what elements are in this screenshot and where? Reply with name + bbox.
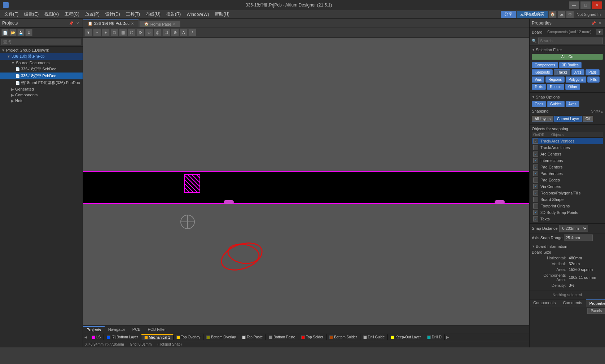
snap-grids-button[interactable]: Grids [532,101,546,107]
layer-ls[interactable]: LS [89,334,104,340]
properties-close-button[interactable]: ✕ [597,20,603,26]
menu-window[interactable]: Window(W) [184,11,212,18]
new-project-button[interactable]: 📄 [1,29,9,36]
filter-tracks[interactable]: Tracks [554,69,570,75]
line-tool[interactable]: / [188,28,196,36]
filter-tool[interactable]: ▼ [84,28,92,36]
snap-pad-centers[interactable]: ✓ Pad Centers [532,164,603,170]
filter-all-on[interactable]: All - On [532,54,603,60]
share-button[interactable]: 分享 [501,11,516,18]
menu-view[interactable]: 视图(V) [41,10,62,18]
tab-homepage[interactable]: 🏠 Home Page ✕ [139,21,180,27]
close-project-button[interactable]: 💾 [17,29,25,36]
snap-track-arcs-lines-check[interactable] [533,145,538,150]
snap-axes-button[interactable]: Axes [566,101,579,107]
panel-close-button[interactable]: ✕ [75,20,80,26]
menu-help[interactable]: 帮助(H) [212,10,232,18]
tab-homepage-close[interactable]: ✕ [173,22,176,26]
props-tab-components[interactable]: Components [530,299,559,307]
filter-components[interactable]: Components [532,62,558,68]
snap-via-centers-check[interactable]: ✓ [533,184,538,189]
tab-pcb-filter[interactable]: PCB Filter [144,326,169,332]
filter-vias[interactable]: Vias [532,76,544,83]
tab-pcbdoc-close[interactable]: ✕ [131,22,134,26]
menu-route[interactable]: 布线(U) [143,10,163,18]
grid-tool[interactable]: ▦ [119,28,127,36]
tree-item-schdoc[interactable]: 📄 336-18灯带.SchDoc [0,66,83,73]
tab-pcb[interactable]: PCB [129,326,144,332]
menu-file[interactable]: 文件(F) [1,10,21,18]
measure-tool[interactable]: ☐ [162,28,170,36]
panels-button[interactable]: Panels [587,308,605,314]
snap-board-shape[interactable]: Board Shape [532,196,603,203]
snap-board-shape-check[interactable] [533,197,538,202]
via-tool[interactable]: ⊕ [171,28,179,36]
snap-pad-vertices[interactable]: ✓ Pad Vertices [532,170,603,177]
home-icon[interactable]: 🏠 [549,11,556,18]
snap-pad-edges-check[interactable] [533,177,538,183]
filter-texts[interactable]: Texts [532,84,546,90]
layer-drill-guide[interactable]: Drill Guide [360,334,388,340]
snap-options-title[interactable]: Snap Options [532,94,603,100]
snap-track-arcs-vertices-check[interactable]: ✓ [533,139,538,144]
filter-keepouts[interactable]: Keepouts [532,69,553,75]
snap-regions-polygons-check[interactable]: ✓ [533,190,538,196]
menu-place[interactable]: 放置(P) [82,10,102,18]
layer-drill-d[interactable]: Drill D [424,334,445,340]
tree-item-generated[interactable]: ▶ Generated [0,86,83,92]
panel-pin-button[interactable]: 📌 [68,20,74,26]
layer-top-overlay[interactable]: Top Overlay [174,334,203,340]
properties-search-input[interactable] [538,38,603,44]
props-tab-properties[interactable]: Properties [586,299,605,307]
diamond-tool[interactable]: ◇ [145,28,153,36]
props-tab-comments[interactable]: Comments [559,299,586,307]
tree-item-nets[interactable]: ▶ Nets [0,98,83,104]
tree-item-project[interactable]: ▼ 336-18灯带.PrjPcb [0,53,83,60]
layer-bottom[interactable]: [2] Bottom Layer [104,334,141,340]
tab-projects[interactable]: Projects [83,326,105,333]
tab-pcbdoc[interactable]: 📋 336-18灯带.PcbDoc ✕ [83,19,139,27]
filter-polygons[interactable]: Polygons [566,76,586,83]
menu-design[interactable]: 设计(D) [102,10,123,18]
filter-regions[interactable]: Regions [545,76,565,83]
layer-top-solder[interactable]: Top Solder [298,334,326,340]
rect-tool[interactable]: □ [110,28,118,36]
close-button[interactable]: ✕ [592,1,602,9]
filter-icon-button[interactable]: ▼ [596,29,603,35]
snap-pad-edges[interactable]: Pad Edges [532,177,603,183]
project-settings-button[interactable]: ⚙ [25,29,32,36]
snap-arc-centers-check[interactable]: ✓ [533,152,538,157]
snap-footprint-origins[interactable]: Footprint Origins [532,203,603,209]
hex-tool[interactable]: ⬡ [128,28,136,36]
tree-item-pcbdoc[interactable]: 📄 336-18灯带.PcbDoc [0,73,83,79]
properties-pin-button[interactable]: 📌 [591,20,596,26]
snap-3d-body-check[interactable]: ✓ [533,210,538,215]
snap-off[interactable]: Off [583,116,593,122]
project-search-input[interactable] [1,39,81,45]
snap-pad-centers-check[interactable]: ✓ [533,165,538,170]
menu-edit[interactable]: 编辑(E) [21,10,41,18]
settings-icon[interactable]: ⚙ [566,11,574,18]
filter-pads[interactable]: Pads [586,69,600,75]
snap-texts[interactable]: ✓ Texts [532,216,603,222]
cloud-icon[interactable]: ☁ [558,11,565,18]
select-tool[interactable]: → [93,28,101,36]
layer-keepout[interactable]: Keep-Out Layer [388,334,424,340]
tree-item-components[interactable]: ▶ Components [0,92,83,98]
layer-mech1[interactable]: Mechanical 1 [141,334,174,340]
circle-tool[interactable]: ◎ [154,28,162,36]
menu-tools[interactable]: 工具(T) [123,10,143,18]
snap-3d-body[interactable]: ✓ 3D Body Snap Points [532,209,603,216]
selection-filter-title[interactable]: Selection Filter [532,47,603,53]
snap-texts-check[interactable]: ✓ [533,216,538,222]
open-project-button[interactable]: 📂 [9,29,17,36]
menu-project[interactable]: 工程(C) [62,10,82,18]
pcb-canvas[interactable] [83,38,529,325]
board-info-title[interactable]: Board Information [532,244,603,249]
snap-guides-button[interactable]: Guides [547,101,565,107]
filter-arcs[interactable]: Arcs [571,69,584,75]
snap-all-layers[interactable]: All Layers [532,116,553,122]
layer-nav-right[interactable]: ▶ [445,335,451,339]
route-tool[interactable]: ⟳ [136,28,144,36]
snap-intersections-check[interactable]: ✓ [533,158,538,163]
